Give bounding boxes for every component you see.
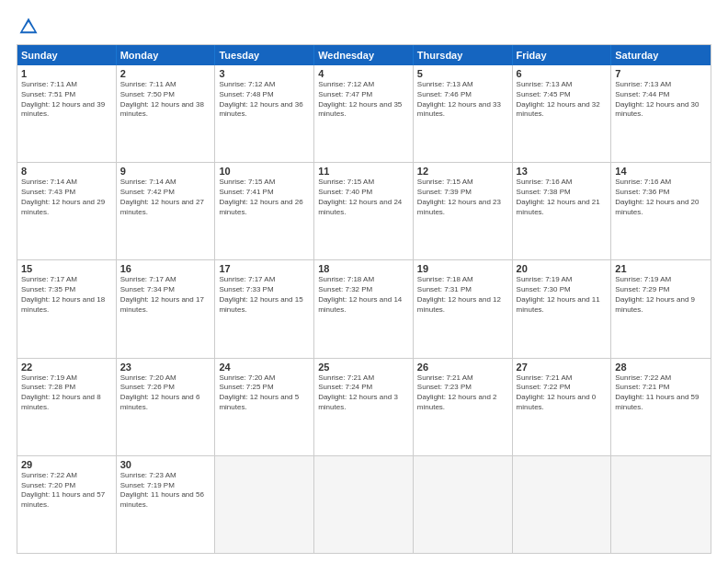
day-number: 5 <box>417 68 508 79</box>
day-number: 25 <box>318 362 409 373</box>
day-number: 1 <box>21 68 112 79</box>
day-info: Sunrise: 7:20 AM Sunset: 7:26 PM Dayligh… <box>120 373 211 413</box>
day-info: Sunrise: 7:17 AM Sunset: 7:35 PM Dayligh… <box>21 275 112 315</box>
day-number: 18 <box>318 263 409 274</box>
day-cell-10: 10Sunrise: 7:15 AM Sunset: 7:41 PM Dayli… <box>215 163 314 259</box>
header-day-thursday: Thursday <box>414 45 513 65</box>
day-number: 12 <box>417 166 508 177</box>
day-info: Sunrise: 7:11 AM Sunset: 7:51 PM Dayligh… <box>21 80 112 120</box>
day-cell-23: 23Sunrise: 7:20 AM Sunset: 7:26 PM Dayli… <box>117 359 216 455</box>
day-number: 24 <box>219 362 310 373</box>
empty-cell <box>414 456 513 553</box>
day-cell-7: 7Sunrise: 7:13 AM Sunset: 7:44 PM Daylig… <box>611 65 711 162</box>
day-number: 17 <box>219 263 310 274</box>
day-info: Sunrise: 7:22 AM Sunset: 7:20 PM Dayligh… <box>21 471 112 511</box>
empty-cell <box>611 456 711 553</box>
day-info: Sunrise: 7:16 AM Sunset: 7:36 PM Dayligh… <box>615 178 707 217</box>
day-cell-22: 22Sunrise: 7:19 AM Sunset: 7:28 PM Dayli… <box>17 359 117 455</box>
day-number: 3 <box>219 68 310 79</box>
calendar-row: 8Sunrise: 7:14 AM Sunset: 7:43 PM Daylig… <box>17 162 711 259</box>
calendar-row: 29Sunrise: 7:22 AM Sunset: 7:20 PM Dayli… <box>17 455 711 553</box>
day-number: 19 <box>417 263 508 274</box>
day-info: Sunrise: 7:22 AM Sunset: 7:21 PM Dayligh… <box>615 373 707 413</box>
day-info: Sunrise: 7:12 AM Sunset: 7:47 PM Dayligh… <box>318 80 409 120</box>
day-cell-30: 30Sunrise: 7:23 AM Sunset: 7:19 PM Dayli… <box>117 456 216 553</box>
calendar-body: 1Sunrise: 7:11 AM Sunset: 7:51 PM Daylig… <box>17 65 711 553</box>
day-info: Sunrise: 7:15 AM Sunset: 7:39 PM Dayligh… <box>417 178 508 217</box>
day-info: Sunrise: 7:19 AM Sunset: 7:29 PM Dayligh… <box>615 275 707 315</box>
day-number: 27 <box>517 362 608 373</box>
day-info: Sunrise: 7:11 AM Sunset: 7:50 PM Dayligh… <box>120 80 211 120</box>
day-number: 14 <box>615 166 707 177</box>
day-number: 20 <box>517 263 608 274</box>
day-info: Sunrise: 7:18 AM Sunset: 7:32 PM Dayligh… <box>318 275 409 315</box>
day-number: 26 <box>417 362 508 373</box>
day-number: 29 <box>21 459 112 470</box>
day-cell-12: 12Sunrise: 7:15 AM Sunset: 7:39 PM Dayli… <box>414 163 513 259</box>
day-cell-6: 6Sunrise: 7:13 AM Sunset: 7:45 PM Daylig… <box>513 65 612 162</box>
day-cell-8: 8Sunrise: 7:14 AM Sunset: 7:43 PM Daylig… <box>17 163 117 259</box>
calendar-row: 15Sunrise: 7:17 AM Sunset: 7:35 PM Dayli… <box>17 259 711 357</box>
day-cell-15: 15Sunrise: 7:17 AM Sunset: 7:35 PM Dayli… <box>17 260 117 357</box>
day-cell-9: 9Sunrise: 7:14 AM Sunset: 7:42 PM Daylig… <box>117 163 216 259</box>
day-cell-3: 3Sunrise: 7:12 AM Sunset: 7:48 PM Daylig… <box>215 65 314 162</box>
day-number: 7 <box>615 68 707 79</box>
day-cell-26: 26Sunrise: 7:21 AM Sunset: 7:23 PM Dayli… <box>414 359 513 455</box>
day-cell-14: 14Sunrise: 7:16 AM Sunset: 7:36 PM Dayli… <box>611 163 711 259</box>
day-number: 23 <box>120 362 211 373</box>
page-header <box>17 17 711 37</box>
day-number: 9 <box>120 166 211 177</box>
calendar-row: 1Sunrise: 7:11 AM Sunset: 7:51 PM Daylig… <box>17 65 711 162</box>
day-info: Sunrise: 7:20 AM Sunset: 7:25 PM Dayligh… <box>219 373 310 413</box>
day-cell-28: 28Sunrise: 7:22 AM Sunset: 7:21 PM Dayli… <box>611 359 711 455</box>
day-info: Sunrise: 7:17 AM Sunset: 7:34 PM Dayligh… <box>120 275 211 315</box>
day-number: 8 <box>21 166 112 177</box>
day-info: Sunrise: 7:16 AM Sunset: 7:38 PM Dayligh… <box>517 178 608 217</box>
header-day-friday: Friday <box>513 45 612 65</box>
day-number: 15 <box>21 263 112 274</box>
day-info: Sunrise: 7:13 AM Sunset: 7:46 PM Dayligh… <box>417 80 508 120</box>
day-info: Sunrise: 7:15 AM Sunset: 7:41 PM Dayligh… <box>219 178 310 217</box>
day-cell-16: 16Sunrise: 7:17 AM Sunset: 7:34 PM Dayli… <box>117 260 216 357</box>
day-info: Sunrise: 7:19 AM Sunset: 7:30 PM Dayligh… <box>517 275 608 315</box>
calendar-row: 22Sunrise: 7:19 AM Sunset: 7:28 PM Dayli… <box>17 358 711 455</box>
day-info: Sunrise: 7:21 AM Sunset: 7:22 PM Dayligh… <box>517 373 608 413</box>
day-info: Sunrise: 7:17 AM Sunset: 7:33 PM Dayligh… <box>219 275 310 315</box>
day-cell-18: 18Sunrise: 7:18 AM Sunset: 7:32 PM Dayli… <box>314 260 414 357</box>
day-info: Sunrise: 7:13 AM Sunset: 7:45 PM Dayligh… <box>517 80 608 120</box>
day-info: Sunrise: 7:21 AM Sunset: 7:24 PM Dayligh… <box>318 373 409 413</box>
day-cell-20: 20Sunrise: 7:19 AM Sunset: 7:30 PM Dayli… <box>513 260 612 357</box>
day-info: Sunrise: 7:12 AM Sunset: 7:48 PM Dayligh… <box>219 80 310 120</box>
day-cell-2: 2Sunrise: 7:11 AM Sunset: 7:50 PM Daylig… <box>117 65 216 162</box>
day-cell-17: 17Sunrise: 7:17 AM Sunset: 7:33 PM Dayli… <box>215 260 314 357</box>
day-number: 30 <box>120 459 211 470</box>
calendar-header: SundayMondayTuesdayWednesdayThursdayFrid… <box>17 45 711 65</box>
logo <box>17 17 42 37</box>
day-cell-13: 13Sunrise: 7:16 AM Sunset: 7:38 PM Dayli… <box>513 163 612 259</box>
header-day-tuesday: Tuesday <box>215 45 314 65</box>
day-cell-5: 5Sunrise: 7:13 AM Sunset: 7:46 PM Daylig… <box>414 65 513 162</box>
day-info: Sunrise: 7:14 AM Sunset: 7:42 PM Dayligh… <box>120 178 211 217</box>
day-info: Sunrise: 7:19 AM Sunset: 7:28 PM Dayligh… <box>21 373 112 413</box>
day-number: 28 <box>615 362 707 373</box>
header-day-monday: Monday <box>117 45 216 65</box>
day-info: Sunrise: 7:15 AM Sunset: 7:40 PM Dayligh… <box>318 178 409 217</box>
day-number: 4 <box>318 68 409 79</box>
day-cell-4: 4Sunrise: 7:12 AM Sunset: 7:47 PM Daylig… <box>314 65 414 162</box>
empty-cell <box>513 456 612 553</box>
day-info: Sunrise: 7:23 AM Sunset: 7:19 PM Dayligh… <box>120 471 211 511</box>
day-number: 21 <box>615 263 707 274</box>
day-number: 10 <box>219 166 310 177</box>
day-number: 2 <box>120 68 211 79</box>
day-info: Sunrise: 7:14 AM Sunset: 7:43 PM Dayligh… <box>21 178 112 217</box>
header-day-wednesday: Wednesday <box>314 45 414 65</box>
day-cell-21: 21Sunrise: 7:19 AM Sunset: 7:29 PM Dayli… <box>611 260 711 357</box>
day-cell-24: 24Sunrise: 7:20 AM Sunset: 7:25 PM Dayli… <box>215 359 314 455</box>
day-info: Sunrise: 7:21 AM Sunset: 7:23 PM Dayligh… <box>417 373 508 413</box>
day-number: 22 <box>21 362 112 373</box>
day-cell-29: 29Sunrise: 7:22 AM Sunset: 7:20 PM Dayli… <box>17 456 117 553</box>
empty-cell <box>215 456 314 553</box>
day-cell-27: 27Sunrise: 7:21 AM Sunset: 7:22 PM Dayli… <box>513 359 612 455</box>
day-info: Sunrise: 7:13 AM Sunset: 7:44 PM Dayligh… <box>615 80 707 120</box>
day-number: 16 <box>120 263 211 274</box>
